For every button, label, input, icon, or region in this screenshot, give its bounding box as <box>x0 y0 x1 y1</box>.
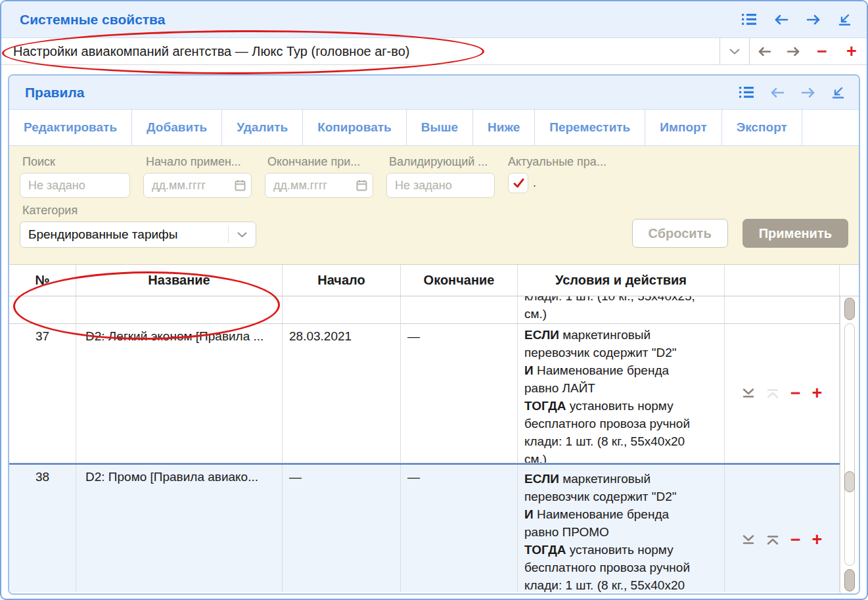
rules-panel-icons <box>739 87 844 99</box>
scroll-thumb[interactable] <box>844 471 855 492</box>
add-button[interactable]: Добавить <box>132 110 222 145</box>
rule-conditions-cell: ЕСЛИ маркетинговыйперевозчик содержит "D… <box>518 324 725 463</box>
move-to-top-icon[interactable] <box>766 388 779 398</box>
actual-rules-filter: Актуальные пра... . <box>508 152 606 193</box>
window-header: Системные свойства <box>1 1 867 38</box>
condition-line: см.) <box>524 305 719 323</box>
rules-panel-header: Правила <box>9 76 859 110</box>
scroll-track[interactable] <box>844 323 855 566</box>
rule-row-actions: −+ <box>725 324 840 463</box>
rule-name-cell: D2: Промо [Правила авиако... <box>76 465 283 592</box>
arrow-right-icon[interactable] <box>801 87 815 98</box>
list-icon[interactable] <box>739 87 754 98</box>
column-header-num[interactable]: № <box>9 265 76 296</box>
column-header-conditions[interactable]: Условия и действия <box>518 265 725 296</box>
context-controls: − + <box>720 38 867 64</box>
actual-rules-label: Актуальные пра... <box>508 155 606 169</box>
plus-icon[interactable]: + <box>836 38 867 64</box>
column-header-name[interactable]: Название <box>76 265 283 296</box>
condition-line: равно ПРОМО <box>524 523 719 541</box>
rule-start-cell <box>283 296 401 323</box>
validator-filter: Валидирующий ... <box>386 152 495 198</box>
start-date-filter: Начало примен... <box>143 152 252 198</box>
arrow-left-icon[interactable] <box>774 14 788 25</box>
delete-button[interactable]: Удалить <box>222 110 303 145</box>
chevron-down-icon <box>228 226 256 243</box>
condition-line: см.) <box>524 450 719 463</box>
export-button[interactable]: Экспорт <box>722 110 802 145</box>
column-header-start[interactable]: Начало <box>283 265 401 296</box>
dock-icon[interactable] <box>838 14 851 26</box>
condition-line: перевозчик содержит "D2" <box>524 488 719 505</box>
scroll-down-button[interactable] <box>844 569 855 591</box>
condition-line: бесплатного провоза ручной <box>524 559 719 576</box>
rules-toolbar: Редактировать Добавить Удалить Копироват… <box>9 110 859 146</box>
rules-table-header: № Название Начало Окончание Условия и де… <box>9 265 859 296</box>
minus-icon[interactable]: − <box>808 38 836 64</box>
arrow-right-icon[interactable] <box>806 14 821 25</box>
copy-button[interactable]: Копировать <box>303 110 407 145</box>
move-up-button[interactable]: Выше <box>407 110 473 145</box>
rule-start-cell: — <box>283 465 401 592</box>
condition-line: ЕСЛИ маркетинговый <box>524 326 719 344</box>
rule-end-cell: — <box>401 465 518 592</box>
condition-line: ТОГДА установить норму <box>524 541 719 559</box>
checkbox-suffix: . <box>533 176 536 190</box>
move-button[interactable]: Переместить <box>535 110 645 145</box>
condition-line: И Наименование бренда <box>524 361 719 379</box>
category-select[interactable]: Брендированные тарифы <box>20 221 256 248</box>
rule-start-cell: 28.03.2021 <box>283 324 401 463</box>
validator-input[interactable] <box>386 173 495 198</box>
calendar-icon[interactable] <box>356 179 367 191</box>
rule-row[interactable]: клади: 1 шт. (10 кг., 55х40х25,см.) <box>9 296 859 324</box>
scroll-up-button[interactable] <box>844 298 855 320</box>
validator-label: Валидирующий ... <box>389 155 495 169</box>
arrow-left-icon[interactable] <box>750 38 779 64</box>
toolbar-filler <box>802 110 859 145</box>
list-icon[interactable] <box>742 14 756 25</box>
rule-row[interactable]: 37D2: Легкий эконом [Правила ...28.03.20… <box>9 324 859 463</box>
move-to-end-icon[interactable] <box>742 535 755 545</box>
condition-line: равно ЛАЙТ <box>524 379 719 397</box>
remove-icon[interactable]: − <box>790 384 801 402</box>
condition-line: ЕСЛИ маркетинговый <box>524 470 719 488</box>
start-date-label: Начало примен... <box>146 155 252 169</box>
condition-line: клади: 1 шт. (8 кг., 55х40х20 <box>524 432 719 450</box>
rule-name-cell: D2: Легкий эконом [Правила ... <box>76 324 283 463</box>
checkmark-icon <box>512 177 525 189</box>
move-down-button[interactable]: Ниже <box>473 110 535 145</box>
chevron-down-icon[interactable] <box>720 38 749 64</box>
actual-rules-checkbox[interactable] <box>508 173 528 193</box>
rule-conditions-cell: ЕСЛИ маркетинговыйперевозчик содержит "D… <box>518 465 725 592</box>
filter-area: Поиск Начало примен... Окончание при... <box>9 146 859 265</box>
add-icon[interactable]: + <box>812 384 823 402</box>
add-icon[interactable]: + <box>812 531 823 549</box>
condition-line: бесплатного провоза ручной <box>524 415 719 432</box>
search-input[interactable] <box>20 173 130 198</box>
scrollbar[interactable] <box>840 296 859 593</box>
rules-panel: Правила Редактировать Добавить Удалить <box>8 74 860 595</box>
column-header-scroll <box>840 265 859 296</box>
column-header-end[interactable]: Окончание <box>401 265 518 296</box>
move-to-top-icon[interactable] <box>766 535 779 545</box>
condition-line: И Наименование бренда <box>524 505 719 523</box>
category-filter: Категория Брендированные тарифы <box>20 201 256 248</box>
edit-button[interactable]: Редактировать <box>9 110 132 145</box>
category-label: Категория <box>22 204 256 218</box>
arrow-right-icon[interactable] <box>779 38 808 64</box>
rule-num-cell: 37 <box>9 324 76 463</box>
calendar-icon[interactable] <box>235 179 246 191</box>
apply-button[interactable]: Применить <box>742 219 848 248</box>
rule-row[interactable]: 38D2: Промо [Правила авиако...——ЕСЛИ мар… <box>9 463 859 592</box>
reset-button[interactable]: Сбросить <box>632 219 728 248</box>
import-button[interactable]: Импорт <box>645 110 721 145</box>
context-selector-row: Настройки авиакомпаний агентства — Люкс … <box>1 38 867 65</box>
dock-icon[interactable] <box>832 87 844 99</box>
condition-line: клади: 1 шт. (10 кг., 55х40х25, <box>524 296 719 305</box>
arrow-left-icon[interactable] <box>770 87 785 98</box>
window-title: Системные свойства <box>20 12 165 28</box>
rule-conditions-cell: клади: 1 шт. (10 кг., 55х40х25,см.) <box>518 296 725 323</box>
move-to-end-icon[interactable] <box>742 388 755 398</box>
conditions-text: ЕСЛИ маркетинговыйперевозчик содержит "D… <box>524 470 719 592</box>
remove-icon[interactable]: − <box>790 531 801 549</box>
